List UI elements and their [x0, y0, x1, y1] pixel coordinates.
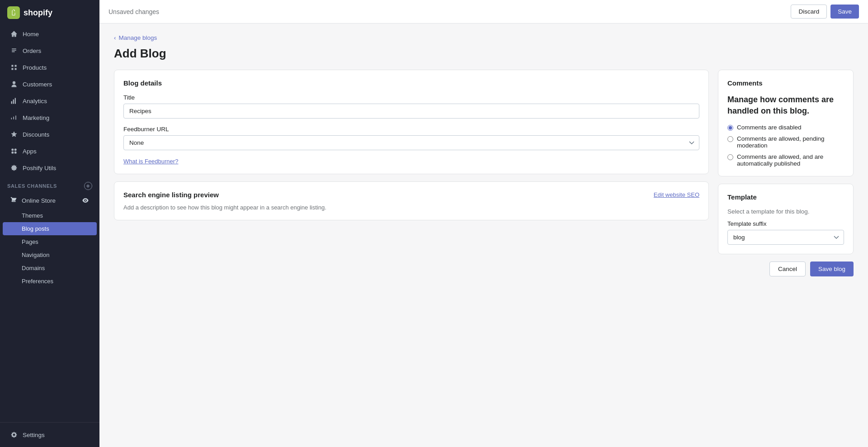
comments-option-moderated-label: Comments are allowed, pending moderation: [737, 135, 844, 149]
template-suffix-select[interactable]: blog: [727, 230, 844, 245]
logo-icon: [7, 6, 20, 19]
sidebar-item-poshify[interactable]: Poshify Utils: [3, 160, 97, 176]
comments-option-auto[interactable]: Comments are allowed, and are automatica…: [727, 153, 844, 167]
comments-radio-moderated[interactable]: [727, 136, 733, 142]
comments-radio-disabled[interactable]: [727, 125, 733, 131]
settings-label: Settings: [23, 432, 45, 438]
sidebar-item-home[interactable]: Home: [3, 26, 97, 42]
sidebar-bottom: Settings: [0, 422, 99, 447]
orders-icon: [10, 47, 18, 55]
template-card: Template Select a template for this blog…: [718, 184, 854, 254]
content-main: Blog details Title Feedburner URL None W…: [114, 70, 709, 220]
online-store-label: Online Store: [22, 197, 56, 204]
comments-option-disabled-label: Comments are disabled: [737, 124, 802, 131]
save-button[interactable]: Save: [830, 5, 859, 19]
sidebar-item-orders[interactable]: Orders: [3, 43, 97, 59]
feedburner-select[interactable]: None: [123, 135, 699, 150]
feedburner-label: Feedburner URL: [123, 126, 699, 133]
sidebar-item-products[interactable]: Products: [3, 59, 97, 76]
blog-details-title: Blog details: [123, 79, 699, 87]
discounts-icon: [10, 130, 18, 138]
marketing-icon: [10, 114, 18, 122]
content-area: ‹ Manage blogs Add Blog Blog details Tit…: [99, 24, 868, 447]
page-title: Add Blog: [114, 47, 854, 61]
template-card-title: Template: [727, 193, 844, 201]
comments-heading: Manage how comments are handled on this …: [727, 94, 844, 117]
sidebar-sub-preferences[interactable]: Preferences: [3, 275, 97, 288]
sidebar-item-analytics[interactable]: Analytics: [3, 93, 97, 109]
title-form-group: Title: [123, 94, 699, 119]
breadcrumb-label: Manage blogs: [119, 34, 157, 41]
seo-card: Search engine listing preview Edit websi…: [114, 181, 709, 220]
comments-card: Comments Manage how comments are handled…: [718, 70, 854, 176]
poshify-icon: [10, 164, 18, 172]
comments-option-auto-label: Comments are allowed, and are automatica…: [737, 153, 844, 167]
cancel-button[interactable]: Cancel: [769, 262, 806, 276]
analytics-icon: [10, 97, 18, 105]
products-icon: [10, 63, 18, 71]
logo-text: shopify: [24, 8, 52, 18]
template-suffix-label: Template suffix: [727, 220, 844, 227]
analytics-label: Analytics: [23, 98, 47, 105]
discounts-label: Discounts: [23, 131, 49, 138]
settings-icon: [10, 431, 18, 439]
online-store-eye-icon: [81, 196, 90, 204]
products-label: Products: [23, 64, 47, 71]
comments-card-title: Comments: [727, 79, 844, 87]
orders-label: Orders: [23, 48, 41, 54]
marketing-label: Marketing: [23, 114, 49, 121]
title-input[interactable]: [123, 104, 699, 119]
sidebar-item-marketing[interactable]: Marketing: [3, 109, 97, 126]
add-sales-channel-button[interactable]: +: [84, 182, 92, 190]
topbar: Unsaved changes Discard Save: [99, 0, 868, 24]
bottom-actions: Cancel Save blog: [114, 262, 854, 276]
main-area: Unsaved changes Discard Save ‹ Manage bl…: [99, 0, 868, 447]
feedburner-link[interactable]: What is Feedburner?: [123, 158, 178, 165]
content-sidebar: Comments Manage how comments are handled…: [718, 70, 854, 254]
customers-label: Customers: [23, 81, 52, 88]
apps-label: Apps: [23, 148, 37, 155]
shopify-logo[interactable]: shopify: [0, 0, 99, 25]
online-store-sub-nav: Themes Blog posts Pages Navigation Domai…: [0, 209, 99, 288]
title-label: Title: [123, 94, 699, 101]
comments-radio-auto[interactable]: [727, 154, 733, 160]
seo-card-title: Search engine listing preview: [123, 191, 219, 199]
feedburner-form-group: Feedburner URL None: [123, 126, 699, 150]
sidebar-sub-navigation[interactable]: Navigation: [3, 248, 97, 262]
sidebar-nav: Home Orders Products Customers Analytics: [0, 25, 99, 176]
seo-description: Add a description to see how this blog m…: [123, 204, 699, 211]
comments-option-disabled[interactable]: Comments are disabled: [727, 124, 844, 131]
sidebar-item-apps[interactable]: Apps: [3, 143, 97, 159]
sidebar-item-online-store[interactable]: Online Store: [3, 192, 97, 209]
home-label: Home: [23, 31, 39, 38]
sidebar-sub-themes[interactable]: Themes: [3, 209, 97, 222]
poshify-label: Poshify Utils: [23, 165, 56, 171]
edit-seo-link[interactable]: Edit website SEO: [654, 191, 699, 198]
discard-button[interactable]: Discard: [791, 5, 827, 19]
save-blog-button[interactable]: Save blog: [810, 262, 854, 276]
customers-icon: [10, 80, 18, 88]
sidebar-item-discounts[interactable]: Discounts: [3, 126, 97, 143]
topbar-actions: Discard Save: [791, 5, 859, 19]
comments-radio-group: Comments are disabled Comments are allow…: [727, 124, 844, 167]
sidebar-sub-domains[interactable]: Domains: [3, 262, 97, 275]
sidebar-item-customers[interactable]: Customers: [3, 76, 97, 92]
template-description: Select a template for this blog.: [727, 208, 844, 215]
blog-details-card: Blog details Title Feedburner URL None W…: [114, 70, 709, 174]
sidebar-sub-blog-posts[interactable]: Blog posts: [3, 222, 97, 235]
sidebar: shopify Home Orders Products Customers: [0, 0, 99, 447]
sidebar-item-settings[interactable]: Settings: [3, 427, 97, 443]
online-store-icon: [10, 197, 17, 204]
breadcrumb[interactable]: ‹ Manage blogs: [114, 34, 854, 41]
breadcrumb-chevron: ‹: [114, 34, 116, 41]
apps-icon: [10, 147, 18, 155]
sales-channels-label: SALES CHANNELS +: [0, 176, 99, 192]
home-icon: [10, 30, 18, 38]
sidebar-sub-pages[interactable]: Pages: [3, 235, 97, 248]
topbar-title: Unsaved changes: [108, 8, 159, 15]
content-layout: Blog details Title Feedburner URL None W…: [114, 70, 854, 254]
comments-option-moderated[interactable]: Comments are allowed, pending moderation: [727, 135, 844, 149]
